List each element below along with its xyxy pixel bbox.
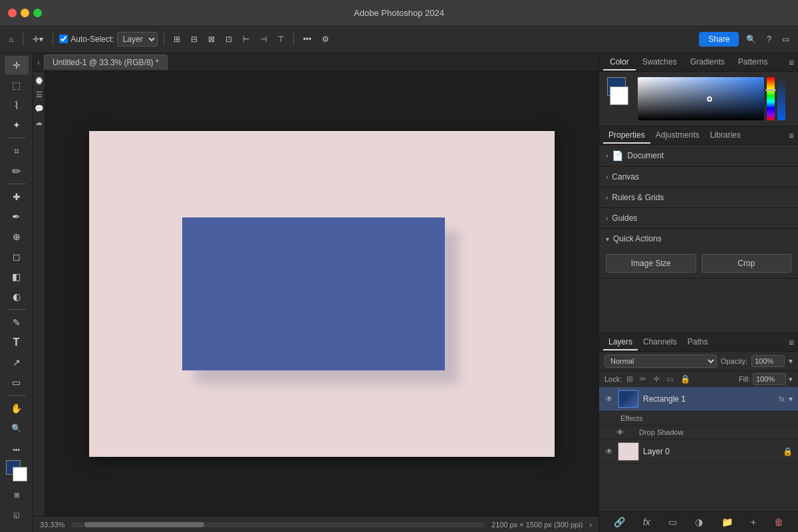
text-tool[interactable]: T — [5, 333, 29, 352]
align-middle-button[interactable]: ⊢ — [239, 33, 253, 46]
layers-panel-menu-icon[interactable]: ≡ — [789, 337, 794, 348]
zoom-tool[interactable]: 🔍 — [5, 419, 29, 438]
align-right-button[interactable]: ⊠ — [205, 33, 218, 46]
adjustment-layer-button[interactable]: ◑ — [693, 515, 705, 529]
lock-all-button[interactable]: 🔒 — [678, 374, 692, 384]
scrollbar-thumb[interactable] — [84, 522, 204, 527]
minimize-button[interactable] — [21, 9, 29, 17]
drop-shadow-visibility[interactable]: 👁 — [615, 428, 624, 436]
tab-paths[interactable]: Paths — [682, 334, 714, 350]
canvas-area[interactable] — [45, 72, 598, 516]
crop-tool[interactable]: ⌗ — [5, 142, 29, 160]
lock-transparent-button[interactable]: ⊞ — [624, 374, 635, 384]
layer-row-rectangle1[interactable]: 👁 Rectangle 1 fx ▾ — [599, 387, 798, 412]
blend-mode-select[interactable]: Normal — [604, 354, 717, 368]
home-button[interactable]: ⌂ — [5, 33, 17, 46]
align-top-button[interactable]: ⊡ — [222, 33, 235, 46]
link-layers-button[interactable]: 🔗 — [612, 515, 627, 529]
color-cursor[interactable] — [707, 96, 712, 102]
tab-gradients[interactable]: Gradients — [684, 55, 732, 70]
rectangle-layer[interactable] — [182, 217, 445, 370]
help-button[interactable]: ? — [763, 33, 775, 46]
background-swatch[interactable] — [610, 86, 628, 105]
eraser-tool[interactable]: ◻ — [5, 247, 29, 266]
layer-fx-button-rectangle1[interactable]: fx — [779, 395, 785, 403]
brush-tool[interactable]: ✒ — [5, 207, 29, 226]
layer-expand-button[interactable]: ▾ — [789, 394, 793, 404]
rulers-section-header[interactable]: › Rulers & Grids — [599, 188, 798, 207]
crop-button[interactable]: Crop — [702, 254, 792, 273]
align-center-button[interactable]: ⊟ — [188, 33, 201, 46]
hand-tool[interactable]: ✋ — [5, 399, 29, 418]
layer-visibility-rectangle1[interactable]: 👁 — [604, 394, 614, 404]
history-button[interactable]: ⌚ — [35, 74, 44, 86]
more-tools-button[interactable]: ••• — [5, 440, 29, 459]
delete-layer-button[interactable]: 🗑 — [772, 515, 785, 529]
new-group-button[interactable]: 📁 — [720, 515, 735, 529]
zoom-display[interactable]: 33.33% — [40, 521, 65, 529]
extra-tool-1[interactable]: ⊞ — [5, 485, 29, 504]
healing-tool[interactable]: ✚ — [5, 188, 29, 206]
background-color[interactable] — [13, 467, 27, 481]
search-button[interactable]: 🔍 — [743, 33, 759, 46]
info-arrow[interactable]: › — [589, 521, 592, 529]
comment-button[interactable]: 💬 — [35, 102, 44, 114]
hue-saturation-strip[interactable] — [767, 77, 775, 120]
move-tool[interactable]: ✛ — [5, 56, 29, 74]
properties-panel-menu-icon[interactable]: ≡ — [789, 130, 794, 141]
layer-drop-shadow-row[interactable]: 👁 Drop Shadow — [599, 426, 798, 440]
color-gradient-picker[interactable] — [638, 77, 764, 120]
tab-layers[interactable]: Layers — [603, 334, 638, 350]
tab-properties[interactable]: Properties — [603, 128, 650, 144]
document-section-header[interactable]: › 📄 Document — [599, 145, 798, 166]
eyedropper-tool[interactable]: ✏ — [5, 162, 29, 180]
tab-patterns[interactable]: Patterns — [732, 55, 775, 70]
tab-color[interactable]: Color — [603, 55, 636, 70]
color-panel-menu-icon[interactable]: ≡ — [789, 57, 794, 68]
tab-channels[interactable]: Channels — [638, 334, 682, 350]
tab-swatches[interactable]: Swatches — [636, 55, 684, 70]
dodge-tool[interactable]: ◐ — [5, 287, 29, 306]
tab-libraries[interactable]: Libraries — [705, 128, 746, 144]
gradient-tool[interactable]: ◧ — [5, 267, 29, 286]
alpha-strip[interactable] — [777, 77, 785, 120]
fill-input[interactable] — [753, 373, 786, 385]
align-left-button[interactable]: ⊞ — [170, 33, 184, 46]
new-layer-button[interactable]: + — [749, 515, 758, 529]
document-tab[interactable]: Untitled-1 @ 33.3% (RGB/8) * — [44, 55, 168, 70]
opacity-stepper-icon[interactable]: ▾ — [789, 356, 793, 366]
layer-row-layer0[interactable]: 👁 Layer 0 🔒 — [599, 440, 798, 464]
settings-button[interactable]: ⚙ — [319, 33, 332, 46]
add-effect-button[interactable]: fx — [641, 515, 652, 529]
align-bottom-button[interactable]: ⊣ — [257, 33, 270, 46]
layer-visibility-layer0[interactable]: 👁 — [604, 447, 614, 456]
panel-toggle-button[interactable]: ▭ — [779, 33, 793, 46]
add-mask-button[interactable]: ▭ — [666, 515, 679, 529]
distribute-button[interactable]: ⊤ — [274, 33, 287, 46]
path-select-tool[interactable]: ↗ — [5, 353, 29, 372]
hue-strip[interactable] — [767, 77, 775, 120]
layer-select[interactable]: Layer — [117, 32, 158, 47]
close-button[interactable] — [8, 9, 17, 17]
more-options-button[interactable]: ••• — [300, 33, 315, 46]
doc-back-arrow[interactable]: ‹ — [37, 58, 40, 67]
move-tool-button[interactable]: ✛▾ — [29, 33, 47, 46]
opacity-input[interactable]: 100% — [751, 355, 785, 367]
canvas-section-header[interactable]: › Canvas — [599, 167, 798, 187]
lock-position-button[interactable]: ✛ — [651, 374, 662, 384]
share-button[interactable]: Share — [699, 32, 739, 47]
clone-tool[interactable]: ⊕ — [5, 227, 29, 246]
auto-select-checkbox[interactable] — [59, 35, 68, 43]
lock-image-button[interactable]: ✏ — [638, 374, 648, 384]
fill-stepper-icon[interactable]: ▾ — [789, 375, 793, 384]
quick-select-tool[interactable]: ✦ — [5, 116, 29, 134]
guides-section-header[interactable]: › Guides — [599, 208, 798, 228]
maximize-button[interactable] — [33, 9, 42, 17]
lasso-tool[interactable]: ⌇ — [5, 96, 29, 114]
lock-artboard-button[interactable]: ▭ — [664, 374, 676, 384]
extra-tool-2[interactable]: ◱ — [5, 505, 29, 524]
image-size-button[interactable]: Image Size — [606, 254, 696, 273]
marquee-tool[interactable]: ⬚ — [5, 76, 29, 94]
cloud-button[interactable]: ☁ — [35, 116, 44, 128]
quick-actions-section-header[interactable]: ▾ Quick Actions — [599, 229, 798, 249]
